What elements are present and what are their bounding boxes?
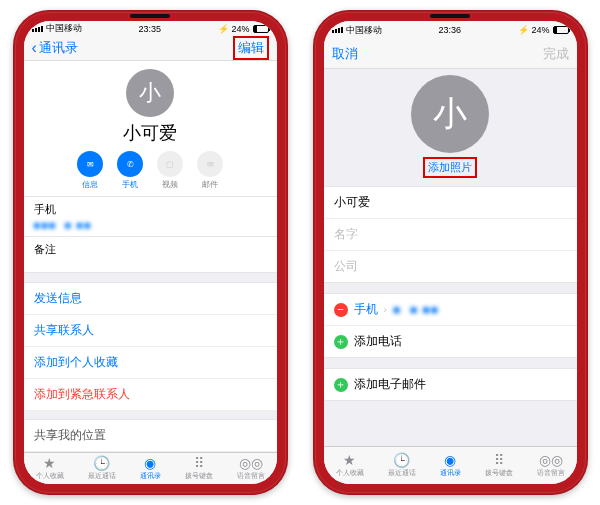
video-icon: ▢ [157,151,183,177]
signal-icon [32,26,43,32]
contact-header: 小 小可爱 ✉ 信息 ✆ 手机 ▢ 视频 ✉ 邮件 [24,61,277,196]
action-video: ▢ 视频 [157,151,183,190]
tab-keypad[interactable]: ⠿拨号键盘 [185,456,213,481]
clock-icon: 🕒 [393,453,410,467]
contact-name: 小可爱 [24,121,277,145]
tab-favorites[interactable]: ★个人收藏 [36,456,64,481]
link-send-message[interactable]: 发送信息 [24,283,277,315]
status-bar: 中国移动 23:35 ⚡ 24% [24,21,277,36]
battery-icon [553,26,569,34]
tab-recents[interactable]: 🕒最近通话 [388,453,416,478]
phone-value: ■■■ ■ ■■ [34,219,267,231]
tab-voicemail[interactable]: ◎◎语音留言 [237,456,265,481]
voicemail-icon: ◎◎ [239,456,263,470]
battery-percent: ⚡ 24% [518,25,550,35]
chevron-right-icon: › [384,304,387,315]
link-list: 发送信息 共享联系人 添加到个人收藏 添加到紧急联系人 [24,282,277,411]
tab-recents[interactable]: 🕒最近通话 [88,456,116,481]
phone-icon: ✆ [117,151,143,177]
battery-icon [253,25,269,33]
contact-icon: ◉ [144,456,156,470]
nav-bar: 取消 完成 [324,39,577,69]
carrier-label: 中国移动 [46,22,82,35]
action-mail: ✉ 邮件 [197,151,223,190]
battery-percent: ⚡ 24% [218,24,250,34]
nav-bar: ‹ 通讯录 编辑 [24,36,277,61]
message-icon: ✉ [77,151,103,177]
phone-type-label[interactable]: 手机 [354,301,378,318]
tab-favorites[interactable]: ★个人收藏 [336,453,364,478]
add-icon: ＋ [334,378,348,392]
phone-label: 手机 [34,202,267,217]
status-bar: 中国移动 23:36 ⚡ 24% [324,21,577,39]
tab-contacts[interactable]: ◉通讯录 [140,456,161,481]
phone-row[interactable]: − 手机 › ■ ■ ■■ [324,294,577,326]
contact-icon: ◉ [444,453,456,467]
tab-voicemail[interactable]: ◎◎语音留言 [537,453,565,478]
first-name-field[interactable]: 名字 [324,219,577,251]
tab-bar: ★个人收藏 🕒最近通话 ◉通讯录 ⠿拨号键盘 ◎◎语音留言 [324,446,577,484]
screen-right: 中国移动 23:36 ⚡ 24% 取消 完成 小 添加照片 小可爱 名字 公司 … [324,21,577,484]
last-name-field[interactable]: 小可爱 [324,187,577,219]
phone-value: ■ ■ ■■ [393,303,439,317]
add-photo-button[interactable]: 添加照片 [423,157,477,178]
link-add-favorite[interactable]: 添加到个人收藏 [24,347,277,379]
star-icon: ★ [343,453,356,467]
clock-icon: 🕒 [93,456,110,470]
link-add-emergency[interactable]: 添加到紧急联系人 [24,379,277,411]
notes-label: 备注 [34,242,267,257]
link-share-contact[interactable]: 共享联系人 [24,315,277,347]
action-call[interactable]: ✆ 手机 [117,151,143,190]
star-icon: ★ [43,456,56,470]
clock: 23:36 [438,25,461,35]
signal-icon [332,27,343,33]
action-message[interactable]: ✉ 信息 [77,151,103,190]
email-fields: ＋ 添加电子邮件 [324,368,577,401]
keypad-icon: ⠿ [194,456,204,470]
tab-bar: ★个人收藏 🕒最近通话 ◉通讯录 ⠿拨号键盘 ◎◎语音留言 [24,452,277,484]
keypad-icon: ⠿ [494,453,504,467]
avatar[interactable]: 小 [411,75,489,153]
carrier-label: 中国移动 [346,24,382,37]
delete-icon[interactable]: − [334,303,348,317]
avatar: 小 [126,69,174,117]
notes-section[interactable]: 备注 [24,236,277,273]
voicemail-icon: ◎◎ [539,453,563,467]
phone-right: 中国移动 23:36 ⚡ 24% 取消 完成 小 添加照片 小可爱 名字 公司 … [313,10,588,495]
link-share-location[interactable]: 共享我的位置 [24,420,277,452]
cancel-button[interactable]: 取消 [332,45,358,63]
back-button[interactable]: ‹ 通讯录 [32,39,78,57]
tab-contacts[interactable]: ◉通讯录 [440,453,461,478]
company-field[interactable]: 公司 [324,251,577,282]
add-email-row[interactable]: ＋ 添加电子邮件 [324,369,577,400]
add-icon: ＋ [334,335,348,349]
add-phone-row[interactable]: ＋ 添加电话 [324,326,577,357]
phone-section[interactable]: 手机 ■■■ ■ ■■ [24,196,277,237]
name-fields: 小可爱 名字 公司 [324,186,577,283]
screen-left: 中国移动 23:35 ⚡ 24% ‹ 通讯录 编辑 小 小可爱 ✉ 信息 [24,21,277,484]
chevron-left-icon: ‹ [32,40,37,56]
edit-button[interactable]: 编辑 [233,36,269,60]
mail-icon: ✉ [197,151,223,177]
clock: 23:35 [138,24,161,34]
phone-fields: − 手机 › ■ ■ ■■ ＋ 添加电话 [324,293,577,358]
edit-header: 小 添加照片 [324,69,577,180]
done-button[interactable]: 完成 [543,45,569,63]
tab-keypad[interactable]: ⠿拨号键盘 [485,453,513,478]
back-label: 通讯录 [39,39,78,57]
phone-left: 中国移动 23:35 ⚡ 24% ‹ 通讯录 编辑 小 小可爱 ✉ 信息 [13,10,288,495]
